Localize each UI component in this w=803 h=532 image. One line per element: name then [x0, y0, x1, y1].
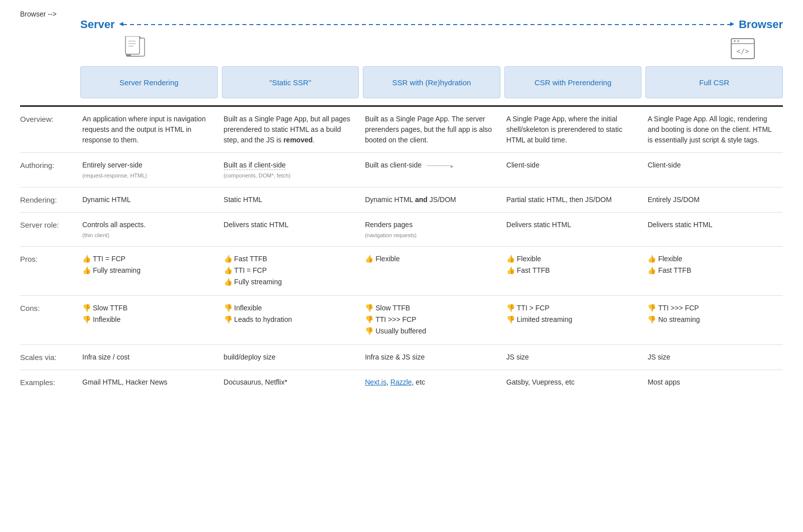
pros-cell-4: Flexible Fast TTFB: [500, 254, 642, 277]
pros-cell-2: Fast TTFB TTI = FCP Fully streaming: [218, 254, 359, 288]
authoring-dashed-2: Built as if client-side: [224, 161, 286, 170]
cons-text: Slow TTFB: [93, 303, 127, 313]
authoring-sub-2: (components, DOM*, fetch): [224, 171, 353, 180]
authoring-label: Authoring:: [20, 160, 80, 169]
col-header-full-csr: Full CSR: [645, 66, 783, 98]
col-headers: Server Rendering "Static SSR" SSR with (…: [20, 66, 783, 98]
rendering-row: Rendering: Dynamic HTML Static HTML Dyna…: [20, 188, 783, 213]
browser-window-icon: </>: [730, 38, 755, 60]
col-header-ssr-rehydration: SSR with (Re)hydration: [363, 66, 500, 98]
scales-via-cells: Infra size / cost build/deploy size Infr…: [80, 352, 783, 363]
col-header-csr-prerendering: CSR with Prerendering: [504, 66, 642, 98]
cons-text: TTI > FCP: [517, 303, 550, 313]
authoring-cell-3: Built as client-side ►: [359, 160, 500, 170]
thumbup-icon: [224, 265, 232, 276]
cons-cell-5: TTI >>> FCP No streaming: [641, 303, 783, 326]
pros-item: Fully streaming: [82, 265, 212, 276]
thumbdown-icon: [365, 314, 373, 325]
bidirectional-arrow: [123, 24, 731, 25]
pros-text: TTI = FCP: [93, 254, 125, 264]
authoring-cell-2: Built as if client-side (components, DOM…: [218, 160, 359, 180]
thumbup-icon: [224, 254, 232, 264]
rendering-cell-1: Dynamic HTML: [80, 195, 218, 205]
server-role-row: Server role: Controls all aspects. (thin…: [20, 213, 783, 247]
removed-bold: removed: [284, 136, 313, 144]
pros-item: Fast TTFB: [506, 265, 636, 276]
scales-cell-4: JS size: [500, 352, 642, 363]
thumbdown-icon: [647, 314, 656, 325]
cons-text: Slow TTFB: [375, 303, 410, 313]
rendering-cells: Dynamic HTML Static HTML Dynamic HTML an…: [80, 195, 783, 205]
scales-cell-3: Infra size & JS size: [359, 352, 500, 363]
server-role-sub-1: (thin client): [82, 231, 212, 240]
browser-icon-cell: </>: [703, 38, 783, 60]
pros-text: Fully streaming: [234, 277, 282, 287]
server-role-sub-3: (navigation requests): [365, 231, 494, 240]
cons-item: Usually buffered: [365, 326, 494, 336]
cons-item: TTI >>> FCP: [647, 303, 777, 313]
rendering-cell-3: Dynamic HTML and JS/DOM: [359, 195, 500, 205]
razzle-link[interactable]: Razzle: [390, 378, 412, 386]
cons-text: TTI >>> FCP: [375, 314, 416, 325]
cons-text: TTI >>> FCP: [658, 303, 699, 313]
server-role-cell-2: Delivers static HTML: [218, 220, 359, 230]
examples-cell-3: Next.js, Razzle, etc: [359, 377, 500, 388]
examples-cells: Gmail HTML, Hacker News Docusaurus, Netf…: [80, 377, 783, 388]
cons-cell-1: Slow TTFB Inflexible: [80, 303, 218, 326]
authoring-sub-1: (request-response, HTML): [82, 171, 212, 180]
server-role-cell-1: Controls all aspects. (thin client): [80, 220, 218, 240]
cons-item: Slow TTFB: [82, 303, 212, 313]
examples-label: Examples:: [20, 377, 80, 387]
thumbdown-icon: [224, 314, 232, 325]
cons-cell-3: Slow TTFB TTI >>> FCP Usually buffered: [359, 303, 500, 337]
rendering-cell-2: Static HTML: [218, 195, 359, 205]
thumbup-icon: [506, 254, 515, 264]
pros-item: Fully streaming: [224, 277, 353, 287]
thumbup-icon: [647, 265, 656, 276]
svg-point-12: [737, 40, 739, 42]
pros-item: Fast TTFB: [224, 254, 353, 264]
pros-text: Fast TTFB: [517, 265, 550, 276]
col-header-static-ssr: "Static SSR": [222, 66, 359, 98]
pros-cell-1: TTI = FCP Fully streaming: [80, 254, 218, 277]
overview-cell-3: Built as a Single Page App. The server p…: [359, 114, 500, 145]
cons-item: No streaming: [647, 314, 777, 325]
scales-via-row: Scales via: Infra size / cost build/depl…: [20, 345, 783, 370]
authoring-cells: Entirely server-side (request-response, …: [80, 160, 783, 180]
cons-item: Inflexible: [82, 314, 212, 325]
pros-text: Fast TTFB: [234, 254, 267, 264]
overview-cell-1: An application where input is navigation…: [80, 114, 218, 145]
nextjs-link[interactable]: Next.js: [365, 378, 386, 386]
server-role-cell-3: Renders pages (navigation requests): [359, 220, 500, 240]
pros-item: TTI = FCP: [224, 265, 353, 276]
cons-cells: Slow TTFB Inflexible Inflexible Leads to…: [80, 303, 783, 337]
thumbdown-icon: [224, 303, 232, 313]
cons-row: Cons: Slow TTFB Inflexible Inflexible Le…: [20, 296, 783, 345]
examples-cell-4: Gatsby, Vuepress, etc: [500, 377, 642, 388]
arrow-container: [123, 24, 731, 25]
overview-label: Overview:: [20, 114, 80, 123]
pros-text: Fast TTFB: [658, 265, 691, 276]
rendering-cell-5: Entirely JS/DOM: [641, 195, 783, 205]
pros-item: Flexible: [647, 254, 777, 264]
cons-text: No streaming: [658, 314, 700, 325]
cons-text: Leads to hydration: [234, 314, 292, 325]
scales-cell-2: build/deploy size: [218, 352, 359, 363]
cons-text: Inflexible: [234, 303, 262, 313]
pros-cell-5: Flexible Fast TTFB: [641, 254, 783, 277]
svg-point-11: [734, 40, 736, 42]
server-role-cells: Controls all aspects. (thin client) Deli…: [80, 220, 783, 240]
cons-text: Usually buffered: [375, 326, 426, 336]
cons-item: Inflexible: [224, 303, 353, 313]
pros-cell-3: Flexible: [359, 254, 500, 265]
cons-text: Inflexible: [93, 314, 120, 325]
pros-label: Pros:: [20, 254, 80, 263]
col-header-server-rendering: Server Rendering: [80, 66, 218, 98]
pros-item: Flexible: [506, 254, 636, 264]
cons-cell-4: TTI > FCP Limited streaming: [500, 303, 642, 326]
examples-row: Examples: Gmail HTML, Hacker News Docusa…: [20, 370, 783, 395]
server-document-icon: [124, 36, 147, 61]
rendering-cell-4: Partial static HTML, then JS/DOM: [500, 195, 642, 205]
thumbdown-icon: [506, 314, 515, 325]
examples-cell-1: Gmail HTML, Hacker News: [80, 377, 218, 388]
